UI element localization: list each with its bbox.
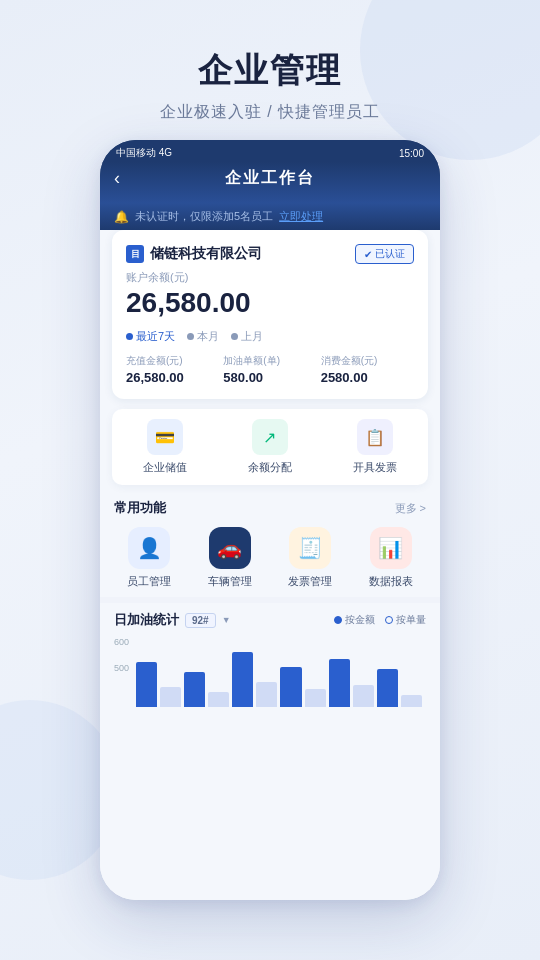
page-subtitle: 企业极速入驻 / 快捷管理员工 — [0, 102, 540, 123]
company-icon: 目 — [126, 245, 144, 263]
bar-4 — [232, 652, 253, 707]
notice-bar: 🔔 未认证时，仅限添加5名员工 立即处理 — [100, 203, 440, 230]
phone-mockup: 中国移动 4G 15:00 ‹ 企业工作台 🔔 未认证时，仅限添加5名员工 立即… — [100, 140, 440, 900]
radio-dot-count — [385, 616, 393, 624]
bar-col-4 — [232, 652, 253, 707]
stat-value-orders: 580.00 — [223, 370, 316, 385]
stat-value-recharge: 26,580.00 — [126, 370, 219, 385]
verified-text: 已认证 — [375, 247, 405, 261]
bar-col-8 — [329, 659, 350, 707]
app-header: ‹ 企业工作台 — [100, 162, 440, 203]
status-bar: 中国移动 4G 15:00 — [100, 140, 440, 162]
common-functions-header: 常用功能 更多 > — [100, 491, 440, 523]
phone-content: 目 储链科技有限公司 ✔ 已认证 账户余额(元) 26,580.00 最近7天 — [100, 230, 440, 900]
func-vehicle-icon: 🚗 — [209, 527, 251, 569]
bar-col-3 — [208, 692, 229, 707]
qa-distribute-icon: ↗ — [252, 419, 288, 455]
tab-label-month: 本月 — [197, 329, 219, 344]
verified-badge: ✔ 已认证 — [355, 244, 414, 264]
company-name: 目 储链科技有限公司 — [126, 245, 262, 263]
radio-label-amount: 按金额 — [345, 613, 375, 627]
back-button[interactable]: ‹ — [114, 168, 120, 189]
app-header-title: 企业工作台 — [225, 168, 315, 189]
stat-label-recharge: 充值金额(元) — [126, 354, 219, 368]
status-bar-time: 15:00 — [399, 148, 424, 159]
func-employee-icon: 👤 — [128, 527, 170, 569]
bar-9 — [353, 685, 374, 707]
status-bar-region: 中国移动 4G 15:00 ‹ 企业工作台 🔔 未认证时，仅限添加5名员工 立即… — [100, 140, 440, 230]
main-card: 目 储链科技有限公司 ✔ 已认证 账户余额(元) 26,580.00 最近7天 — [112, 230, 428, 399]
bell-icon: 🔔 — [114, 210, 129, 224]
account-amount: 26,580.00 — [126, 287, 414, 319]
daily-stats-section: 日加油统计 92# ▼ 按金额 按单量 600 — [100, 603, 440, 707]
radio-dot-amount — [334, 616, 342, 624]
tab-dot-recent — [126, 333, 133, 340]
card-header: 目 储链科技有限公司 ✔ 已认证 — [126, 244, 414, 264]
fuel-radio-group: 按金额 按单量 — [334, 613, 426, 627]
qa-invoice-icon: 📋 — [357, 419, 393, 455]
stat-label-consumption: 消费金额(元) — [321, 354, 414, 368]
qa-invoice[interactable]: 📋 开具发票 — [323, 419, 428, 475]
radio-by-amount[interactable]: 按金额 — [334, 613, 375, 627]
daily-stats-label: 日加油统计 — [114, 611, 179, 629]
stats-row: 充值金额(元) 26,580.00 加油单额(单) 580.00 消费金额(元)… — [126, 354, 414, 385]
stat-recharge: 充值金额(元) 26,580.00 — [126, 354, 219, 385]
common-functions-more[interactable]: 更多 > — [395, 501, 426, 516]
bar-col-7 — [305, 689, 326, 707]
bar-col-5 — [256, 682, 277, 707]
bar-col-1 — [160, 687, 181, 707]
bar-col-6 — [280, 667, 301, 707]
bar-7 — [305, 689, 326, 707]
bar-11 — [401, 695, 422, 707]
period-tabs: 最近7天 本月 上月 — [126, 329, 414, 344]
quick-actions: 💳 企业储值 ↗ 余额分配 📋 开具发票 — [112, 409, 428, 485]
bar-chart — [114, 637, 426, 707]
fuel-type-badge[interactable]: 92# — [185, 613, 216, 628]
qa-invoice-label: 开具发票 — [353, 460, 397, 475]
func-invoice[interactable]: 🧾 发票管理 — [273, 527, 348, 589]
bar-6 — [280, 667, 301, 707]
status-bar-carrier: 中国移动 4G — [116, 146, 172, 160]
func-report-icon: 📊 — [370, 527, 412, 569]
tab-recent-7days[interactable]: 最近7天 — [126, 329, 175, 344]
func-vehicle-label: 车辆管理 — [208, 574, 252, 589]
page-title-area: 企业管理 企业极速入驻 / 快捷管理员工 — [0, 0, 540, 131]
bar-8 — [329, 659, 350, 707]
func-invoice-icon: 🧾 — [289, 527, 331, 569]
chevron-down-icon: ▼ — [222, 615, 231, 625]
bar-col-2 — [184, 672, 205, 707]
common-functions-title: 常用功能 — [114, 499, 166, 517]
radio-by-count[interactable]: 按单量 — [385, 613, 426, 627]
func-report-label: 数据报表 — [369, 574, 413, 589]
func-vehicle[interactable]: 🚗 车辆管理 — [193, 527, 268, 589]
bar-10 — [377, 669, 398, 707]
qa-distribute[interactable]: ↗ 余额分配 — [217, 419, 322, 475]
qa-recharge-icon: 💳 — [147, 419, 183, 455]
qa-recharge-label: 企业储值 — [143, 460, 187, 475]
tab-last-month[interactable]: 上月 — [231, 329, 263, 344]
daily-stats-header: 日加油统计 92# ▼ 按金额 按单量 — [114, 611, 426, 629]
func-employee-label: 员工管理 — [127, 574, 171, 589]
bar-col-9 — [353, 685, 374, 707]
tab-this-month[interactable]: 本月 — [187, 329, 219, 344]
stat-orders: 加油单额(单) 580.00 — [223, 354, 316, 385]
func-report[interactable]: 📊 数据报表 — [354, 527, 429, 589]
bar-2 — [184, 672, 205, 707]
radio-label-count: 按单量 — [396, 613, 426, 627]
account-label: 账户余额(元) — [126, 270, 414, 285]
bar-col-0 — [136, 662, 157, 707]
notice-link[interactable]: 立即处理 — [279, 209, 323, 224]
tab-label-recent: 最近7天 — [136, 329, 175, 344]
stat-consumption: 消费金额(元) 2580.00 — [321, 354, 414, 385]
func-invoice-label: 发票管理 — [288, 574, 332, 589]
stat-label-orders: 加油单额(单) — [223, 354, 316, 368]
bar-0 — [136, 662, 157, 707]
bar-5 — [256, 682, 277, 707]
func-employee[interactable]: 👤 员工管理 — [112, 527, 187, 589]
bar-col-10 — [377, 669, 398, 707]
tab-dot-lastmonth — [231, 333, 238, 340]
function-grid: 👤 员工管理 🚗 车辆管理 🧾 发票管理 📊 数据报表 — [100, 523, 440, 597]
page-title: 企业管理 — [0, 48, 540, 94]
qa-recharge[interactable]: 💳 企业储值 — [112, 419, 217, 475]
stat-value-consumption: 2580.00 — [321, 370, 414, 385]
